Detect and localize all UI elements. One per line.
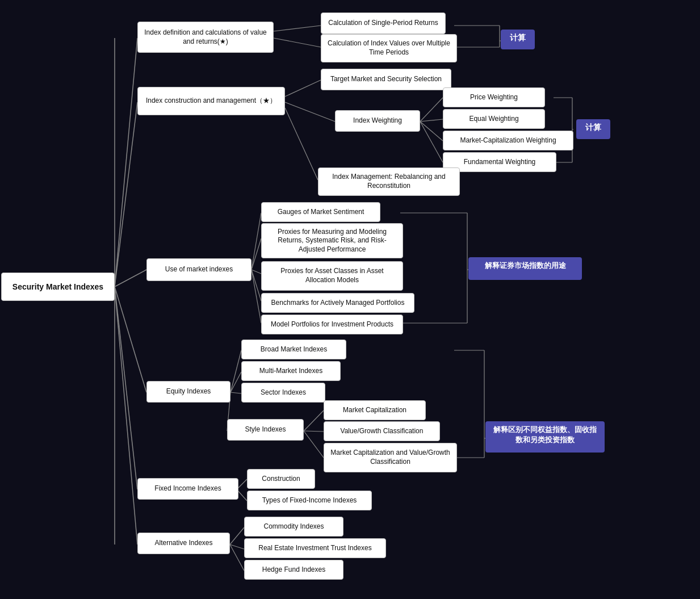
fixed-income-node: Fixed Income Indexes [137, 478, 238, 500]
svg-line-4 [115, 287, 137, 489]
svg-line-1 [115, 102, 137, 287]
benchmarks-node: Benchmarks for Actively Managed Portfoli… [261, 293, 414, 313]
svg-line-3 [115, 287, 146, 392]
mktcap2-node: Market Capitalization [324, 400, 426, 420]
fi-construction-node: Construction [247, 469, 315, 489]
svg-line-19 [420, 122, 443, 162]
svg-line-46 [230, 527, 244, 544]
root-node: Security Market Indexes [1, 273, 115, 301]
reit-node: Real Estate Investment Trust Indexes [244, 538, 386, 558]
svg-line-34 [230, 372, 241, 392]
svg-line-33 [230, 350, 241, 392]
proxy-asset-node: Proxies for Asset Classes in Asset Alloc… [261, 261, 403, 291]
svg-line-37 [304, 410, 324, 431]
svg-line-16 [420, 98, 443, 122]
mktcap-weighting-node: Market-Capitalization Weighting [443, 131, 573, 150]
sector-indexes-node: Sector Indexes [241, 383, 325, 403]
price-weighting-node: Price Weighting [443, 87, 545, 107]
svg-line-15 [285, 108, 318, 180]
index-mgmt-node: Index Management: Rebalancing and Recons… [318, 167, 460, 196]
valgrowth-node: Value/Growth Classification [324, 421, 440, 441]
use-market-indexes-node: Use of market indexes [146, 258, 252, 281]
svg-line-48 [230, 544, 244, 571]
broad-market-node: Broad Market Indexes [241, 340, 346, 359]
svg-line-25 [252, 238, 261, 270]
badge-calc: 计算 [501, 30, 535, 49]
svg-line-47 [230, 544, 244, 549]
svg-line-26 [252, 270, 261, 274]
svg-line-13 [285, 80, 321, 97]
badge-calc2: 计算 [576, 119, 610, 139]
commodity-node: Commodity Indexes [244, 517, 343, 537]
fundamental-weighting-node: Fundamental Weighting [443, 152, 556, 172]
equal-weighting-node: Equal Weighting [443, 109, 545, 129]
types-fi-node: Types of Fixed-Income Indexes [247, 491, 372, 510]
index-def-node: Index definition and calculations of val… [137, 22, 274, 53]
svg-line-2 [115, 270, 146, 287]
mind-map-canvas: Security Market Indexes Index definition… [0, 0, 700, 599]
svg-line-8 [274, 38, 321, 47]
badge-use: 解释证券市场指数的用途 [468, 257, 582, 280]
svg-line-0 [115, 38, 137, 287]
svg-line-28 [252, 270, 261, 323]
multi-market-node: Multi-Market Indexes [241, 361, 341, 381]
calc1-node: Calculation of Single-Period Returns [321, 12, 446, 34]
calc2-node: Calculation of Index Values over Multipl… [321, 34, 457, 62]
svg-line-14 [285, 102, 335, 122]
badge-explain: 解释区别不同权益指数、固收指数和另类投资指数 [485, 421, 605, 453]
svg-line-27 [252, 270, 261, 301]
hedge-fund-node: Hedge Fund Indexes [244, 560, 343, 580]
svg-line-7 [274, 26, 321, 31]
target-market-node: Target Market and Security Selection [321, 69, 451, 90]
mktcapval-node: Market Capitalization and Value/Growth C… [324, 443, 457, 472]
svg-line-17 [420, 119, 443, 122]
index-construction-node: Index construction and management（★） [137, 87, 285, 115]
model-portfolios-node: Model Portfolios for Investment Products [261, 315, 403, 334]
svg-line-35 [230, 392, 241, 393]
svg-line-39 [304, 431, 324, 458]
svg-line-5 [115, 287, 137, 544]
equity-indexes-node: Equity Indexes [146, 381, 230, 403]
alt-indexes-node: Alternative Indexes [137, 533, 230, 554]
gauges-node: Gauges of Market Sentiment [261, 202, 380, 222]
index-weighting-node: Index Weighting [335, 110, 420, 132]
svg-line-18 [420, 122, 443, 141]
svg-line-38 [304, 431, 324, 432]
proxy-measuring-node: Proxies for Measuring and Modeling Retur… [261, 223, 403, 258]
svg-line-24 [252, 213, 261, 270]
style-indexes-node: Style Indexes [227, 419, 304, 441]
